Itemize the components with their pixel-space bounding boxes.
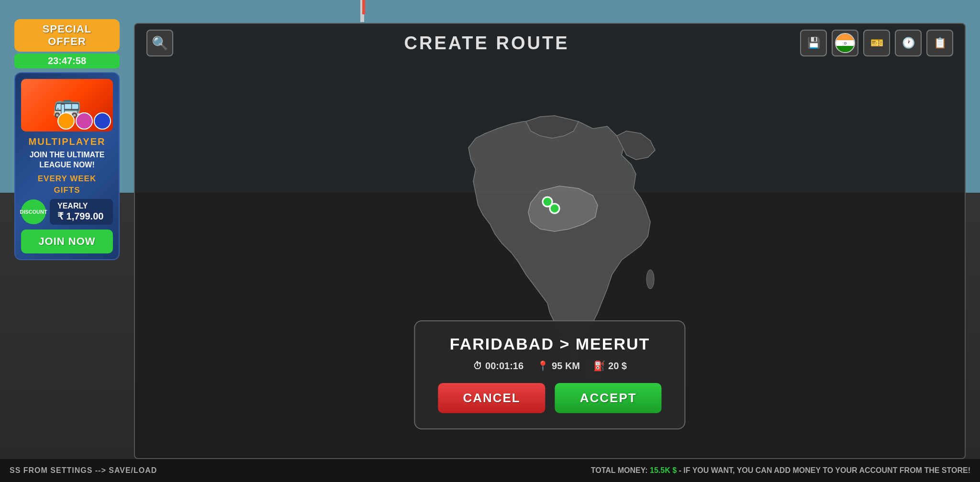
multiplayer-label: MULTIPLAYER [21, 136, 113, 147]
cancel-button[interactable]: CANCEL [438, 383, 545, 413]
save-icon: 💾 [807, 37, 820, 49]
timer-text: 23:47:58 [48, 55, 86, 66]
route-pin-end [550, 204, 559, 213]
pin-detail-icon: 📍 [537, 360, 549, 372]
price-amount: ₹ 1,799.00 [57, 210, 105, 222]
route-name: FARIDABAD > MEERUT [438, 335, 661, 353]
route-time: ⏱ 00:01:16 [473, 361, 523, 372]
join-now-button[interactable]: JOIN NOW [21, 230, 113, 253]
money-amount: 15.5K $ [650, 466, 677, 474]
save-button[interactable]: 💾 [800, 30, 827, 56]
popup-buttons: CANCEL ACCEPT [438, 383, 661, 413]
char-icon-1 [57, 112, 75, 130]
every-week-label: EVERY WEEK [21, 174, 113, 184]
offer-image: 🚌 [21, 79, 113, 131]
bottom-bar: SS FROM SETTINGS --> SAVE/LOAD TOTAL MON… [0, 459, 980, 482]
route-popup: FARIDABAD > MEERUT ⏱ 00:01:16 📍 95 KM ⛽ … [414, 320, 685, 429]
join-text: JOIN THE ULTIMATE LEAGUE NOW! [21, 150, 113, 170]
route-details: ⏱ 00:01:16 📍 95 KM ⛽ 20 $ [438, 360, 661, 372]
ticket-icon: 🎫 [870, 37, 883, 49]
route-cost: ⛽ 20 $ [593, 360, 627, 372]
yearly-label: YEARLY [57, 202, 105, 210]
menu-button[interactable]: 📋 [926, 30, 953, 56]
gifts-label: GIFTS [21, 186, 113, 195]
svg-point-1 [646, 270, 654, 289]
special-offer-badge: SPECIAL OFFER [14, 19, 120, 52]
top-icons: 💾 ⊙ 🎫 🕐 📋 [800, 30, 953, 56]
bottom-bar-left-text: SS FROM SETTINGS --> SAVE/LOAD [10, 466, 157, 475]
discount-label: DISCOUNT [20, 209, 47, 215]
zoom-in-button[interactable]: 🔍 [146, 30, 173, 56]
accept-button[interactable]: ACCEPT [555, 383, 662, 413]
menu-icon: 📋 [934, 37, 947, 49]
discount-circle: DISCOUNT [21, 199, 46, 224]
timer-badge: 23:47:58 [14, 54, 120, 68]
route-time-value: 00:01:16 [485, 361, 523, 372]
char-icon-3 [94, 112, 111, 130]
india-flag-icon: ⊙ [835, 33, 855, 53]
clock-icon: 🕐 [902, 37, 915, 49]
bottom-bar-right-text: TOTAL MONEY: 15.5K $ - IF YOU WANT, YOU … [591, 466, 970, 475]
clock-button[interactable]: 🕐 [895, 30, 922, 56]
char-icon-2 [76, 112, 93, 130]
zoom-in-icon: 🔍 [152, 35, 168, 51]
top-bar: 🔍 CREATE ROUTE 💾 ⊙ 🎫 🕐 [135, 24, 965, 62]
price-row: DISCOUNT YEARLY ₹ 1,799.00 [21, 199, 113, 225]
panel-title: CREATE ROUTE [404, 33, 569, 54]
price-box: YEARLY ₹ 1,799.00 [50, 199, 113, 225]
ashoka-wheel-icon: ⊙ [844, 41, 847, 45]
fuel-detail-icon: ⛽ [593, 360, 605, 372]
total-money-suffix: - IF YOU WANT, YOU CAN ADD MONEY TO YOUR… [677, 466, 970, 474]
character-icons [57, 112, 111, 130]
map-panel: 🔍 CREATE ROUTE 💾 ⊙ 🎫 🕐 [134, 23, 966, 459]
route-distance-value: 95 KM [552, 361, 580, 372]
offer-card: 🚌 MULTIPLAYER JOIN THE ULTIMATE LEAGUE N… [14, 72, 120, 260]
ticket-button[interactable]: 🎫 [863, 30, 890, 56]
flag-button[interactable]: ⊙ [832, 30, 858, 56]
route-cost-value: 20 $ [608, 361, 627, 372]
clock-detail-icon: ⏱ [473, 361, 482, 372]
sidebar: SPECIAL OFFER 23:47:58 🚌 MULTIPLAYER JOI… [14, 19, 120, 265]
total-money-prefix: TOTAL MONEY: [591, 466, 650, 474]
route-distance: 📍 95 KM [537, 360, 580, 372]
special-offer-label: SPECIAL OFFER [43, 23, 91, 47]
